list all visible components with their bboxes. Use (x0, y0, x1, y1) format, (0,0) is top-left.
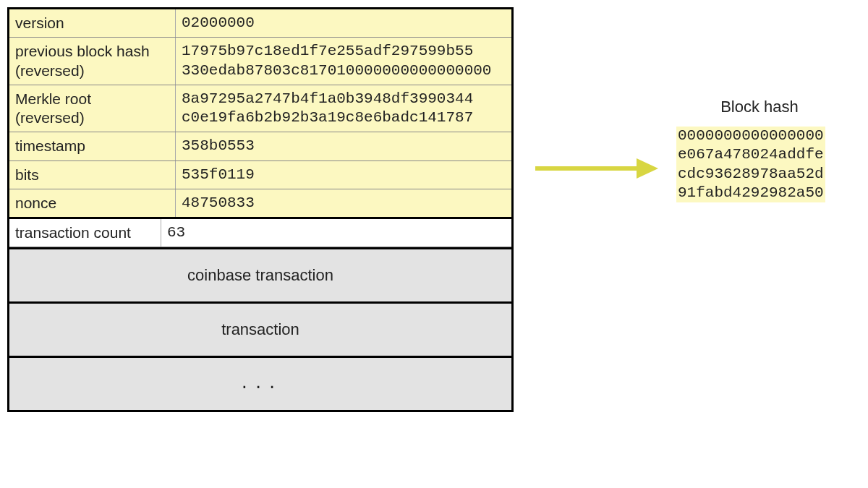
svg-marker-1 (637, 158, 658, 179)
field-previous-block-hash: previous block hash (reversed) 17975b97c… (9, 38, 511, 85)
field-value: 48750833 (176, 189, 511, 217)
field-value: 63 (161, 219, 511, 247)
field-label: version (9, 9, 176, 37)
block-header-fields: version 02000000 previous block hash (re… (9, 9, 511, 217)
block-hash-output: Block hash 0000000000000000 e067a478024a… (676, 98, 843, 202)
transaction-row: transaction (9, 301, 511, 356)
field-label: bits (9, 161, 176, 189)
field-value: 17975b97c18ed1f7e255adf297599b55 330edab… (176, 38, 511, 85)
field-label: previous block hash (reversed) (9, 38, 176, 85)
block-structure-table: version 02000000 previous block hash (re… (7, 7, 514, 412)
coinbase-tx-row: coinbase transaction (9, 247, 511, 301)
arrow-icon (535, 155, 658, 184)
field-value: 02000000 (176, 9, 511, 37)
field-bits: bits 535f0119 (9, 161, 511, 189)
field-timestamp: timestamp 358b0553 (9, 132, 511, 160)
field-value: 358b0553 (176, 132, 511, 160)
field-version: version 02000000 (9, 9, 511, 38)
field-label: nonce (9, 189, 176, 217)
field-label: transaction count (9, 219, 161, 247)
field-label: Merkle root (reversed) (9, 85, 176, 132)
block-hash-value: 0000000000000000 e067a478024addfe cdc936… (676, 127, 825, 202)
field-nonce: nonce 48750833 (9, 189, 511, 217)
field-tx-count: transaction count 63 (9, 217, 511, 247)
block-hash-title: Block hash (676, 98, 843, 116)
field-merkle-root: Merkle root (reversed) 8a97295a2747b4f1a… (9, 85, 511, 133)
field-label: timestamp (9, 132, 176, 160)
ellipsis-row: ... (9, 356, 511, 410)
field-value: 535f0119 (176, 161, 511, 189)
field-value: 8a97295a2747b4f1a0b3948df3990344 c0e19fa… (176, 85, 511, 132)
